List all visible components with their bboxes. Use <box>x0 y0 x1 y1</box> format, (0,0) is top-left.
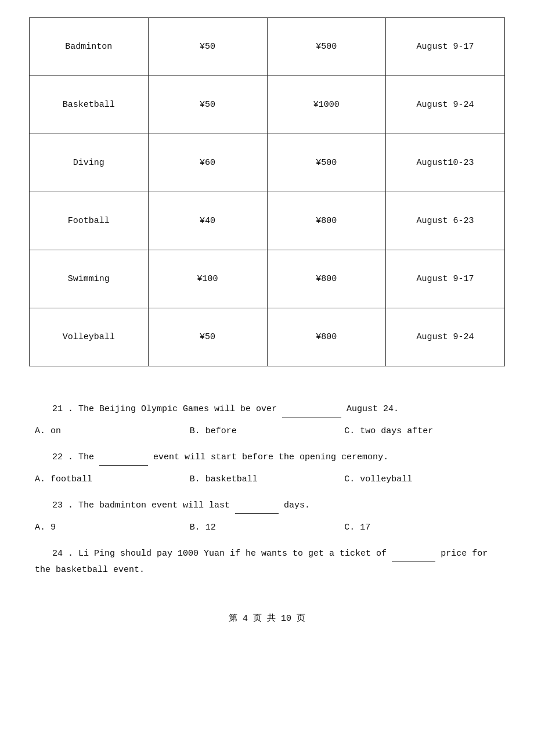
table-cell-2: ¥1000 <box>267 76 386 134</box>
table-cell-2: ¥500 <box>267 18 386 76</box>
question-22: 22 . The event will start before the ope… <box>35 449 499 487</box>
table-row: Swimming¥100¥800August 9-17 <box>30 250 505 308</box>
question-22-text: 22 . The event will start before the ope… <box>35 449 499 466</box>
table-cell-0: Football <box>30 192 149 250</box>
page-footer: 第 4 页 共 10 页 <box>29 613 505 624</box>
table-cell-2: ¥800 <box>267 250 386 308</box>
q22-option-b: B. basketball <box>190 471 345 487</box>
table-cell-0: Basketball <box>30 76 149 134</box>
q23-before: The badminton event will last <box>78 501 235 510</box>
table-cell-1: ¥50 <box>148 18 267 76</box>
table-cell-3: August10-23 <box>386 134 505 192</box>
table-cell-3: August 6-23 <box>386 192 505 250</box>
table-cell-0: Badminton <box>30 18 149 76</box>
q23-option-a: A. 9 <box>35 520 190 535</box>
table-cell-2: ¥800 <box>267 308 386 366</box>
table-cell-3: August 9-24 <box>386 308 505 366</box>
table-cell-2: ¥800 <box>267 192 386 250</box>
q22-after: event will start before the opening cere… <box>153 452 388 462</box>
question-24: 24 . Li Ping should pay 1000 Yuan if he … <box>35 546 499 578</box>
table-row: Basketball¥50¥1000August 9-24 <box>30 76 505 134</box>
question-23: 23 . The badminton event will last days.… <box>35 498 499 535</box>
table-cell-3: August 9-17 <box>386 18 505 76</box>
table-cell-3: August 9-24 <box>386 76 505 134</box>
questions-section: 21 . The Beijing Olympic Games will be o… <box>29 401 505 578</box>
q24-number: 24 . <box>52 549 78 559</box>
q21-option-a: A. on <box>35 423 190 439</box>
table-cell-1: ¥60 <box>148 134 267 192</box>
table-cell-3: August 9-17 <box>386 250 505 308</box>
q23-answers: A. 9 B. 12 C. 17 <box>35 520 499 535</box>
q22-option-a: A. football <box>35 471 190 487</box>
q23-blank <box>235 498 279 514</box>
q21-answers: A. on B. before C. two days after <box>35 423 499 439</box>
q22-number: 22 . <box>52 452 78 462</box>
q21-before: The Beijing Olympic Games will be over <box>78 404 282 414</box>
table-cell-1: ¥40 <box>148 192 267 250</box>
sports-table: Badminton¥50¥500August 9-17Basketball¥50… <box>29 17 505 366</box>
q22-blank <box>99 449 148 466</box>
table-cell-0: Volleyball <box>30 308 149 366</box>
q24-blank <box>392 546 435 562</box>
table-cell-1: ¥50 <box>148 76 267 134</box>
question-21: 21 . The Beijing Olympic Games will be o… <box>35 401 499 439</box>
q22-option-c: C. volleyball <box>344 471 499 487</box>
table-row: Football¥40¥800August 6-23 <box>30 192 505 250</box>
q21-option-c: C. two days after <box>344 423 499 439</box>
table-row: Volleyball¥50¥800August 9-24 <box>30 308 505 366</box>
table-cell-1: ¥100 <box>148 250 267 308</box>
q21-after: August 24. <box>347 404 399 414</box>
q22-answers: A. football B. basketball C. volleyball <box>35 471 499 487</box>
table-cell-2: ¥500 <box>267 134 386 192</box>
question-23-text: 23 . The badminton event will last days. <box>35 498 499 514</box>
q21-number: 21 . <box>52 404 78 414</box>
table-row: Badminton¥50¥500August 9-17 <box>30 18 505 76</box>
q23-after: days. <box>284 501 310 510</box>
q23-number: 23 . <box>52 501 78 510</box>
q21-option-b: B. before <box>190 423 345 439</box>
q21-blank <box>282 401 341 417</box>
table-cell-0: Swimming <box>30 250 149 308</box>
q24-content: Li Ping should pay 1000 Yuan if he wants… <box>78 549 392 559</box>
table-cell-1: ¥50 <box>148 308 267 366</box>
q22-before: The <box>78 452 99 462</box>
footer-text: 第 4 页 共 10 页 <box>229 614 305 624</box>
table-cell-0: Diving <box>30 134 149 192</box>
question-21-text: 21 . The Beijing Olympic Games will be o… <box>35 401 499 417</box>
q23-option-c: C. 17 <box>344 520 499 535</box>
table-row: Diving¥60¥500August10-23 <box>30 134 505 192</box>
question-24-text: 24 . Li Ping should pay 1000 Yuan if he … <box>35 546 499 578</box>
q23-option-b: B. 12 <box>190 520 345 535</box>
